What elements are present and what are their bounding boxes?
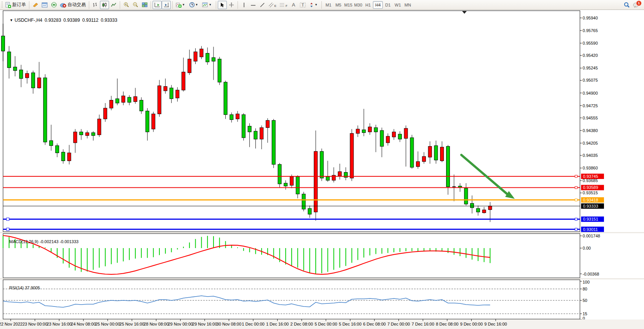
panel-splitter-rsi[interactable] [0, 278, 644, 279]
toolbar-separator [151, 1, 151, 9]
price-line-badge-label: 0.93745 [583, 174, 598, 179]
chart-shift-button[interactable] [162, 1, 171, 9]
periods-button[interactable]: ▾ [188, 1, 201, 9]
indicators-button[interactable]: ▾ [174, 1, 188, 9]
fibonacci-tool-button[interactable]: F [278, 1, 289, 9]
time-axis-label: 22 Nov 2022 [0, 322, 22, 326]
candle-bull [368, 127, 371, 132]
toolbar-separator [29, 1, 29, 9]
templates-dropdown-arrow[interactable]: ▾ [209, 3, 211, 6]
candle-bear [170, 88, 173, 98]
candle-bear [218, 59, 221, 82]
auto-scroll-button[interactable] [153, 1, 162, 9]
crosshair-tool-button[interactable] [227, 1, 236, 9]
broadcast-button[interactable] [49, 1, 58, 9]
chart-window[interactable]: 0.959400.957650.955900.954200.952450.950… [0, 10, 644, 329]
templates-button[interactable]: ▾ [201, 1, 214, 9]
price-chart-canvas[interactable]: 0.959400.957650.955900.954200.952450.950… [0, 10, 644, 329]
timeframe-button-m15[interactable]: M15 [343, 1, 353, 9]
candle-bull [482, 210, 486, 213]
candlestick-mode-button[interactable] [100, 1, 109, 9]
price-axis-label: 0.95765 [583, 28, 598, 33]
text-label-icon: T [300, 2, 306, 8]
price-axis-label: 0.93515 [583, 190, 598, 195]
time-axis-label: 25 Nov 00:00 [95, 322, 120, 326]
main-chart-panel[interactable] [3, 11, 580, 232]
line-handle-right[interactable] [575, 218, 577, 220]
crayon-button[interactable] [31, 1, 40, 9]
candle-bear [374, 127, 377, 132]
auto-trading-button[interactable]: 自动交易 [58, 1, 87, 9]
line-handle-left[interactable] [6, 218, 9, 221]
timeframe-button-w1[interactable]: W1 [393, 1, 403, 9]
cursor-tool-button[interactable] [218, 1, 227, 9]
timeframe-button-d1[interactable]: D1 [383, 1, 393, 9]
arrows-tool-button[interactable]: ▾ [307, 1, 320, 9]
line-handle-right[interactable] [575, 175, 577, 177]
line-handle-right[interactable] [575, 228, 577, 231]
candle-bear [284, 183, 287, 186]
arrows-dropdown-arrow[interactable]: ▾ [315, 3, 317, 6]
candle-bull [488, 206, 492, 210]
bar-chart-mode-button[interactable] [91, 1, 100, 9]
rsi-panel[interactable] [3, 280, 580, 319]
candle-bear [471, 203, 474, 208]
candle-bear [302, 194, 305, 209]
timeframe-button-m30[interactable]: M30 [353, 1, 363, 9]
candle-bear [43, 78, 47, 142]
indicators-dropdown-arrow[interactable]: ▾ [183, 3, 185, 6]
new-order-icon [5, 2, 11, 8]
candle-bear [320, 152, 323, 178]
time-axis-label: 28 Nov 08:00 [144, 322, 169, 326]
notifications-button[interactable]: 1 [631, 1, 641, 9]
fibonacci-icon [279, 3, 286, 7]
vertical-line-tool-button[interactable] [239, 1, 249, 9]
candle-bear [206, 53, 209, 62]
timeframe-button-m5[interactable]: M5 [333, 1, 343, 9]
chart-window-icon [42, 2, 48, 8]
candle-bull [122, 96, 125, 102]
candle-bull [152, 114, 155, 129]
time-axis-label: 23 Nov 16:00 [47, 322, 71, 326]
line-chart-mode-button[interactable] [109, 1, 118, 9]
auto-scroll-icon [154, 2, 160, 7]
time-axis-label: 5 Dec 00:00 [315, 322, 337, 326]
line-handle-right[interactable] [575, 186, 577, 189]
crayon-icon [32, 3, 39, 7]
candle-bull [37, 78, 41, 88]
timeframe-button-m1[interactable]: M1 [323, 1, 333, 9]
time-axis-label: 30 Nov 08:00 [217, 322, 241, 326]
macd-axis-label: -0.00368 [583, 272, 599, 276]
toolbar-separator [172, 1, 173, 9]
timeframe-button-h1[interactable]: H1 [363, 1, 373, 9]
candle-bear [446, 146, 450, 187]
new-order-button[interactable]: 新订单 [3, 1, 27, 9]
periods-dropdown-arrow[interactable]: ▾ [196, 3, 198, 6]
text-label-tool-button[interactable]: T [298, 1, 307, 9]
line-handle-right[interactable] [575, 199, 577, 201]
candle-bear [55, 146, 59, 153]
candle-bear [19, 70, 23, 79]
horizontal-line-tool-button[interactable] [249, 1, 258, 9]
zoom-in-button[interactable] [122, 1, 131, 9]
timeframe-button-mn[interactable]: MN [403, 1, 413, 9]
panel-splitter-macd[interactable] [0, 232, 644, 233]
fibo-tool-letter: F [286, 4, 287, 8]
trendline-tool-button[interactable] [258, 1, 267, 9]
candle-bear [272, 120, 275, 164]
clock-icon [189, 2, 195, 8]
search-button[interactable] [622, 1, 631, 9]
chat-bubble-icon: 1 [633, 2, 639, 8]
equidistant-channel-tool-button[interactable]: E [267, 1, 278, 9]
price-line-badge-label: 0.93418 [583, 198, 598, 202]
toolbar-grip[interactable] [2, 2, 3, 8]
candle-bear [278, 164, 281, 184]
chart-window-button[interactable] [40, 1, 49, 9]
toolbar-separator [321, 1, 322, 9]
text-tool-button[interactable]: A [289, 1, 298, 9]
tile-windows-button[interactable] [140, 1, 149, 9]
channel-tool-letter: E [275, 4, 276, 8]
line-handle-left[interactable] [6, 228, 9, 231]
zoom-out-button[interactable] [131, 1, 140, 9]
timeframe-button-h4[interactable]: H4 [373, 1, 383, 9]
